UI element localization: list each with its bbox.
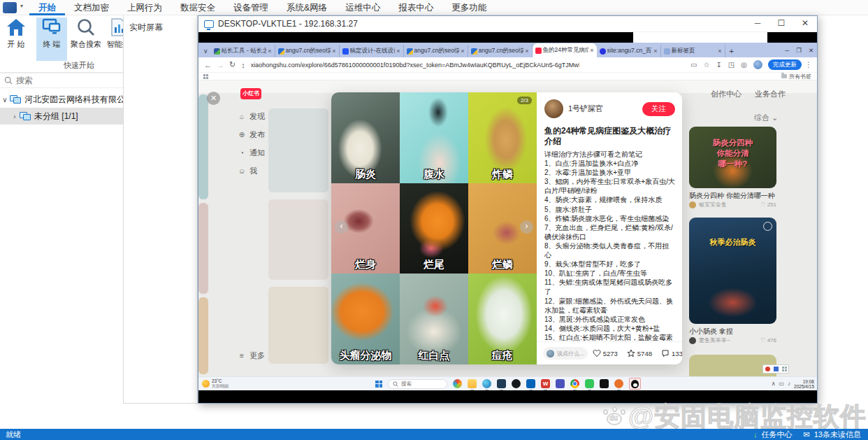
browser-tab[interactable]: 新标签页× [661, 45, 725, 57]
device-icon[interactable]: ▭ [779, 381, 785, 387]
profile-avatar[interactable] [753, 60, 762, 69]
menu-home[interactable]: 开始 [29, 0, 65, 15]
feed-card-title[interactable]: 小小肠炎 拿捏 [689, 327, 776, 336]
menu-doc-encrypt[interactable]: 文档加密 [65, 0, 118, 15]
disease-photo[interactable]: 痘疮 [468, 274, 537, 364]
dark-app-icon[interactable] [512, 379, 521, 388]
download-icon[interactable]: ↧ [716, 61, 721, 69]
wps-icon[interactable]: W [541, 379, 550, 388]
taskbar-clock[interactable]: 19:08 2025/4/15 [794, 379, 814, 389]
menu-device-mgmt[interactable]: 设备管理 [224, 0, 277, 15]
expand-icon[interactable]: › [10, 113, 20, 120]
browser-tab[interactable]: angu7.cn的seo综合查询× [275, 45, 340, 57]
browser-minimize-button[interactable]: ─ [785, 47, 789, 54]
menu-ops-center[interactable]: 运维中心 [336, 0, 389, 15]
forward-icon[interactable]: → [217, 61, 224, 69]
creator-center-link[interactable]: 创作中心 [711, 89, 742, 99]
disease-photo[interactable]: 炸鳞 [468, 92, 537, 183]
chrome-icon[interactable] [570, 379, 579, 388]
nav-publish[interactable]: ⊕发布 [238, 129, 280, 140]
tray-chevron-icon[interactable]: ∧ [772, 381, 776, 387]
browser-restore-button[interactable]: ❐ [796, 47, 802, 54]
collapse-icon[interactable]: ∨ [0, 96, 10, 104]
unread-messages-link[interactable]: 13条未读信息 [814, 430, 861, 440]
qq-icon-active[interactable] [629, 378, 641, 390]
browser-tab[interactable]: 站长工具 - 站长之家× [211, 45, 275, 57]
tab-close-icon[interactable]: × [268, 48, 271, 55]
nav-notifications[interactable]: ◔通知 [238, 148, 280, 158]
disease-photo[interactable]: 肠炎 [331, 92, 400, 183]
tab-close-icon[interactable]: × [590, 47, 593, 54]
outlook-icon[interactable] [526, 379, 535, 388]
incognito-icon[interactable]: ◎ [741, 61, 747, 69]
comment-input[interactable]: 说点什么... [543, 347, 588, 360]
tab-close-icon[interactable]: × [396, 48, 400, 55]
app-logo-icon[interactable] [3, 2, 17, 13]
card-likes[interactable]: ♡ 476 [760, 337, 776, 343]
close-button[interactable]: ✕ [793, 16, 817, 31]
bookmark-star-icon[interactable]: ☆ [703, 61, 709, 69]
card-author-avatar[interactable] [689, 337, 696, 344]
ribbon-home-button[interactable]: 开 始 [1, 17, 31, 61]
like-button[interactable]: 5273 [593, 349, 622, 357]
business-link[interactable]: 业务合作 [755, 89, 786, 99]
carousel-prev-icon[interactable]: ‹ [335, 220, 348, 234]
feed-card-title[interactable]: 肠炎分四种 你能分清哪一种 [689, 191, 776, 201]
feed-card-cover[interactable]: 秋季必治肠炎 [689, 218, 776, 324]
ribbon-terminal-button[interactable]: 终 端 [36, 17, 67, 61]
minimize-button[interactable]: ─ [746, 16, 769, 31]
sidebar-search-input[interactable] [16, 76, 107, 85]
tab-close-icon[interactable]: × [461, 48, 464, 55]
disease-photo[interactable]: 头瘤分泌物 [331, 274, 400, 364]
menu-more[interactable]: 更多功能 [442, 0, 496, 15]
site-info-icon[interactable]: ↕ [241, 61, 245, 69]
browser-tab[interactable]: angu7.cn的seo综合查询× [468, 45, 533, 57]
disease-photo[interactable]: 腹水 [400, 92, 468, 183]
browser-close-button[interactable]: ✕ [809, 47, 813, 54]
browser-tab[interactable]: 稿定设计-在线设计平台× [340, 45, 404, 57]
teams-icon[interactable] [556, 379, 565, 388]
tab-close-icon[interactable]: × [525, 48, 528, 55]
menu-net-behavior[interactable]: 上网行为 [118, 0, 171, 15]
author-avatar[interactable] [544, 99, 563, 118]
carousel-next-icon[interactable]: › [520, 220, 533, 234]
tree-node-company[interactable]: ∨ 河北安固云网络科技有限公司 [1/1] [0, 91, 123, 108]
realtime-screen-menu-item[interactable]: 实时屏幕 [124, 15, 197, 34]
modal-close-icon[interactable]: ✕ [207, 92, 220, 105]
menu-report-center[interactable]: 报表中心 [389, 0, 442, 15]
file-explorer-icon[interactable] [468, 379, 477, 388]
menu-data-security[interactable]: 数据安全 [171, 0, 224, 15]
cast-icon[interactable]: ▭ [690, 61, 697, 69]
tab-close-icon[interactable]: × [653, 48, 657, 55]
card-likes[interactable]: ♡ 251 [760, 201, 776, 208]
volume-icon[interactable]: ♪ [788, 381, 790, 387]
notes-app-icon[interactable] [600, 379, 609, 388]
disease-photo[interactable]: 烂尾 [400, 183, 468, 274]
card-author-avatar[interactable] [689, 201, 696, 208]
sogou-input-icon[interactable] [453, 379, 462, 388]
phone-link-icon[interactable] [497, 379, 506, 388]
xiaohongshu-logo[interactable]: 小红书 [240, 88, 261, 99]
menu-sys-network[interactable]: 系统&网络 [277, 0, 336, 15]
tab-search-caret-icon[interactable]: ∨ [203, 48, 208, 55]
task-center-link[interactable]: 任务中心 [762, 430, 793, 440]
comments-button[interactable]: 1335 [661, 349, 682, 357]
tab-close-icon[interactable]: × [332, 48, 335, 55]
remote-window-titlebar[interactable]: DESKTOP-VLKTLE1 - 192.168.31.27 ─ ☐ ✕ [198, 16, 817, 32]
edge-icon[interactable] [482, 379, 491, 388]
follow-button[interactable]: 关注 [642, 102, 675, 116]
url-text[interactable]: xiaohongshu.com/explore/66d5786100000000… [251, 62, 579, 69]
browser-menu-icon[interactable]: ⋮ [805, 61, 812, 69]
extensions-icon[interactable]: ◳ [728, 61, 735, 69]
collect-button[interactable]: 5748 [627, 349, 656, 357]
nav-more[interactable]: ≡更多 [238, 350, 280, 361]
nav-me[interactable]: ☺我 [238, 166, 280, 176]
browser-tab[interactable]: site:angu7.cn_百度搜索× [597, 45, 661, 57]
browser-tab[interactable]: angu7.cn的seo综合查询× [404, 45, 468, 57]
feed-card-cover[interactable]: 肠炎分四种 你能分清 哪一种? [689, 127, 776, 188]
sort-dropdown[interactable]: 综合 ⌄ [754, 113, 778, 123]
chrome-update-button[interactable]: 完成更新 [768, 59, 802, 70]
author-name[interactable]: 1号铲屎官 [568, 104, 642, 114]
all-bookmarks[interactable]: 所有书签 [781, 73, 811, 80]
wechat-icon[interactable] [585, 379, 594, 388]
